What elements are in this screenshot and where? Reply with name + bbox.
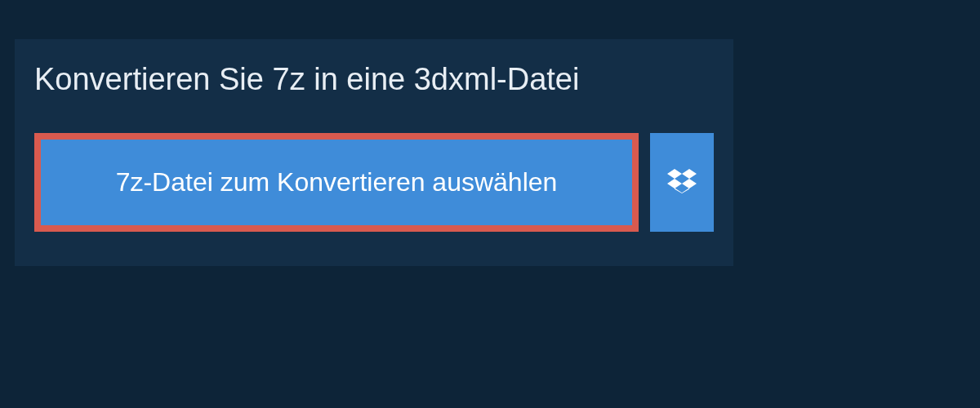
select-file-button[interactable]: 7z-Datei zum Konvertieren auswählen <box>34 133 639 232</box>
select-file-label: 7z-Datei zum Konvertieren auswählen <box>116 167 558 197</box>
converter-panel: Konvertieren Sie 7z in eine 3dxml-Datei … <box>15 39 733 266</box>
button-row: 7z-Datei zum Konvertieren auswählen <box>15 133 733 232</box>
dropbox-icon <box>667 166 697 199</box>
page-title: Konvertieren Sie 7z in eine 3dxml-Datei <box>15 39 733 133</box>
dropbox-button[interactable] <box>650 133 714 232</box>
